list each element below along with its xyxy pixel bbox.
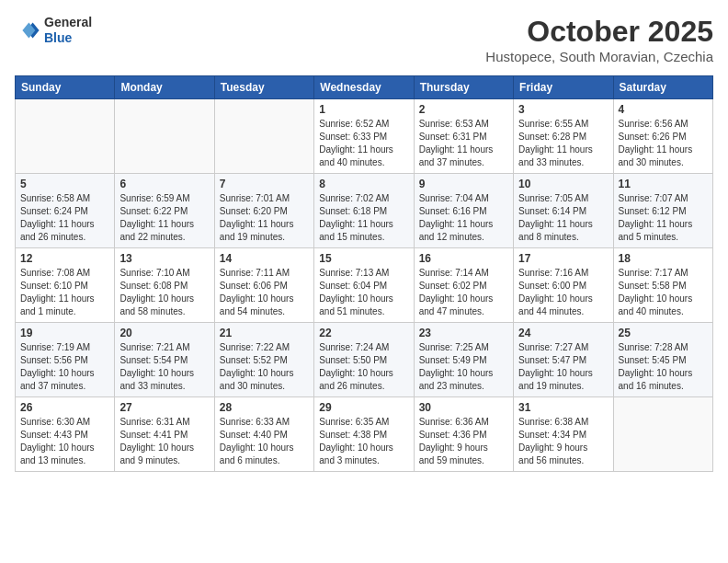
day-number: 26 <box>20 401 109 414</box>
day-number: 11 <box>619 178 708 190</box>
day-number: 31 <box>518 401 608 414</box>
day-info: Sunrise: 6:30 AM Sunset: 4:43 PM Dayligh… <box>20 416 109 467</box>
day-number: 21 <box>220 327 309 339</box>
day-info: Sunrise: 7:10 AM Sunset: 6:08 PM Dayligh… <box>119 267 209 318</box>
calendar-cell: 31Sunrise: 6:38 AM Sunset: 4:34 PM Dayli… <box>514 397 613 472</box>
location: Hustopece, South Moravian, Czechia <box>485 49 713 64</box>
calendar-week-row: 5Sunrise: 6:58 AM Sunset: 6:24 PM Daylig… <box>16 174 713 248</box>
day-info: Sunrise: 7:14 AM Sunset: 6:02 PM Dayligh… <box>419 267 508 318</box>
day-number: 25 <box>619 327 708 339</box>
day-info: Sunrise: 6:33 AM Sunset: 4:40 PM Dayligh… <box>220 416 309 467</box>
calendar-body: 1Sunrise: 6:52 AM Sunset: 6:33 PM Daylig… <box>16 99 713 472</box>
page-header: General Blue October 2025 Hustopece, Sou… <box>15 15 713 64</box>
calendar-cell <box>214 99 313 174</box>
day-of-week-header: Tuesday <box>214 76 313 99</box>
calendar-cell: 14Sunrise: 7:11 AM Sunset: 6:06 PM Dayli… <box>214 248 313 323</box>
calendar-cell: 25Sunrise: 7:28 AM Sunset: 5:45 PM Dayli… <box>613 323 712 397</box>
day-info: Sunrise: 7:02 AM Sunset: 6:18 PM Dayligh… <box>319 192 408 244</box>
calendar-cell <box>16 99 115 174</box>
calendar-cell: 19Sunrise: 7:19 AM Sunset: 5:56 PM Dayli… <box>16 323 115 397</box>
calendar-week-row: 12Sunrise: 7:08 AM Sunset: 6:10 PM Dayli… <box>16 248 713 323</box>
day-number: 14 <box>220 252 309 265</box>
calendar-cell: 12Sunrise: 7:08 AM Sunset: 6:10 PM Dayli… <box>16 248 115 323</box>
calendar-cell: 30Sunrise: 6:36 AM Sunset: 4:36 PM Dayli… <box>414 397 513 472</box>
day-info: Sunrise: 7:19 AM Sunset: 5:56 PM Dayligh… <box>20 341 109 393</box>
day-info: Sunrise: 7:07 AM Sunset: 6:12 PM Dayligh… <box>619 192 708 244</box>
logo-icon <box>15 17 40 43</box>
day-number: 20 <box>119 327 209 339</box>
day-info: Sunrise: 6:31 AM Sunset: 4:41 PM Dayligh… <box>119 416 209 467</box>
calendar-cell: 15Sunrise: 7:13 AM Sunset: 6:04 PM Dayli… <box>314 248 414 323</box>
calendar-cell: 6Sunrise: 6:59 AM Sunset: 6:22 PM Daylig… <box>115 174 214 248</box>
day-number: 7 <box>220 178 309 190</box>
day-number: 9 <box>419 178 508 190</box>
day-number: 5 <box>20 178 109 190</box>
day-number: 4 <box>619 103 708 116</box>
day-info: Sunrise: 6:35 AM Sunset: 4:38 PM Dayligh… <box>319 416 408 467</box>
logo-text: General Blue <box>44 15 92 46</box>
day-number: 28 <box>220 401 309 414</box>
logo-general: General <box>44 15 92 30</box>
calendar-cell: 11Sunrise: 7:07 AM Sunset: 6:12 PM Dayli… <box>613 174 712 248</box>
calendar-cell: 24Sunrise: 7:27 AM Sunset: 5:47 PM Dayli… <box>514 323 613 397</box>
calendar-week-row: 26Sunrise: 6:30 AM Sunset: 4:43 PM Dayli… <box>16 397 713 472</box>
day-info: Sunrise: 7:11 AM Sunset: 6:06 PM Dayligh… <box>220 267 309 318</box>
day-of-week-header: Wednesday <box>314 76 414 99</box>
day-number: 29 <box>319 401 408 414</box>
calendar-cell: 22Sunrise: 7:24 AM Sunset: 5:50 PM Dayli… <box>314 323 414 397</box>
day-of-week-header: Friday <box>514 76 613 99</box>
calendar-cell: 20Sunrise: 7:21 AM Sunset: 5:54 PM Dayli… <box>115 323 214 397</box>
day-info: Sunrise: 7:24 AM Sunset: 5:50 PM Dayligh… <box>319 341 408 393</box>
calendar-cell: 13Sunrise: 7:10 AM Sunset: 6:08 PM Dayli… <box>115 248 214 323</box>
day-info: Sunrise: 7:08 AM Sunset: 6:10 PM Dayligh… <box>20 267 109 318</box>
day-info: Sunrise: 7:01 AM Sunset: 6:20 PM Dayligh… <box>220 192 309 244</box>
day-number: 22 <box>319 327 408 339</box>
calendar-cell: 5Sunrise: 6:58 AM Sunset: 6:24 PM Daylig… <box>16 174 115 248</box>
day-number: 23 <box>419 327 508 339</box>
day-info: Sunrise: 6:56 AM Sunset: 6:26 PM Dayligh… <box>619 118 708 169</box>
calendar-cell: 1Sunrise: 6:52 AM Sunset: 6:33 PM Daylig… <box>314 99 414 174</box>
day-info: Sunrise: 7:13 AM Sunset: 6:04 PM Dayligh… <box>319 267 408 318</box>
calendar-cell: 29Sunrise: 6:35 AM Sunset: 4:38 PM Dayli… <box>314 397 414 472</box>
day-number: 16 <box>419 252 508 265</box>
day-number: 6 <box>119 178 209 190</box>
day-info: Sunrise: 6:53 AM Sunset: 6:31 PM Dayligh… <box>419 118 508 169</box>
day-number: 18 <box>619 252 708 265</box>
day-info: Sunrise: 7:27 AM Sunset: 5:47 PM Dayligh… <box>518 341 608 393</box>
day-of-week-header: Saturday <box>613 76 712 99</box>
day-number: 2 <box>419 103 508 116</box>
day-info: Sunrise: 7:25 AM Sunset: 5:49 PM Dayligh… <box>419 341 508 393</box>
day-info: Sunrise: 6:58 AM Sunset: 6:24 PM Dayligh… <box>20 192 109 244</box>
calendar-cell: 16Sunrise: 7:14 AM Sunset: 6:02 PM Dayli… <box>414 248 513 323</box>
day-of-week-header: Monday <box>115 76 214 99</box>
day-of-week-header: Thursday <box>414 76 513 99</box>
day-info: Sunrise: 6:36 AM Sunset: 4:36 PM Dayligh… <box>419 416 508 467</box>
calendar-week-row: 1Sunrise: 6:52 AM Sunset: 6:33 PM Daylig… <box>16 99 713 174</box>
calendar-cell <box>613 397 712 472</box>
day-number: 1 <box>319 103 408 116</box>
day-info: Sunrise: 6:55 AM Sunset: 6:28 PM Dayligh… <box>518 118 608 169</box>
calendar-cell: 26Sunrise: 6:30 AM Sunset: 4:43 PM Dayli… <box>16 397 115 472</box>
calendar-cell: 8Sunrise: 7:02 AM Sunset: 6:18 PM Daylig… <box>314 174 414 248</box>
day-number: 24 <box>518 327 608 339</box>
day-number: 3 <box>518 103 608 116</box>
calendar-table: SundayMondayTuesdayWednesdayThursdayFrid… <box>15 75 713 472</box>
calendar-cell: 27Sunrise: 6:31 AM Sunset: 4:41 PM Dayli… <box>115 397 214 472</box>
calendar-header-row: SundayMondayTuesdayWednesdayThursdayFrid… <box>16 76 713 99</box>
calendar-cell: 17Sunrise: 7:16 AM Sunset: 6:00 PM Dayli… <box>514 248 613 323</box>
logo-blue: Blue <box>44 30 92 46</box>
calendar-cell: 28Sunrise: 6:33 AM Sunset: 4:40 PM Dayli… <box>214 397 313 472</box>
day-info: Sunrise: 7:28 AM Sunset: 5:45 PM Dayligh… <box>619 341 708 393</box>
day-number: 27 <box>119 401 209 414</box>
day-number: 15 <box>319 252 408 265</box>
day-number: 10 <box>518 178 608 190</box>
calendar-cell: 7Sunrise: 7:01 AM Sunset: 6:20 PM Daylig… <box>214 174 313 248</box>
day-info: Sunrise: 6:59 AM Sunset: 6:22 PM Dayligh… <box>119 192 209 244</box>
day-number: 19 <box>20 327 109 339</box>
day-info: Sunrise: 7:04 AM Sunset: 6:16 PM Dayligh… <box>419 192 508 244</box>
day-info: Sunrise: 7:21 AM Sunset: 5:54 PM Dayligh… <box>119 341 209 393</box>
day-number: 13 <box>119 252 209 265</box>
day-info: Sunrise: 7:16 AM Sunset: 6:00 PM Dayligh… <box>518 267 608 318</box>
calendar-cell: 2Sunrise: 6:53 AM Sunset: 6:31 PM Daylig… <box>414 99 513 174</box>
day-number: 30 <box>419 401 508 414</box>
